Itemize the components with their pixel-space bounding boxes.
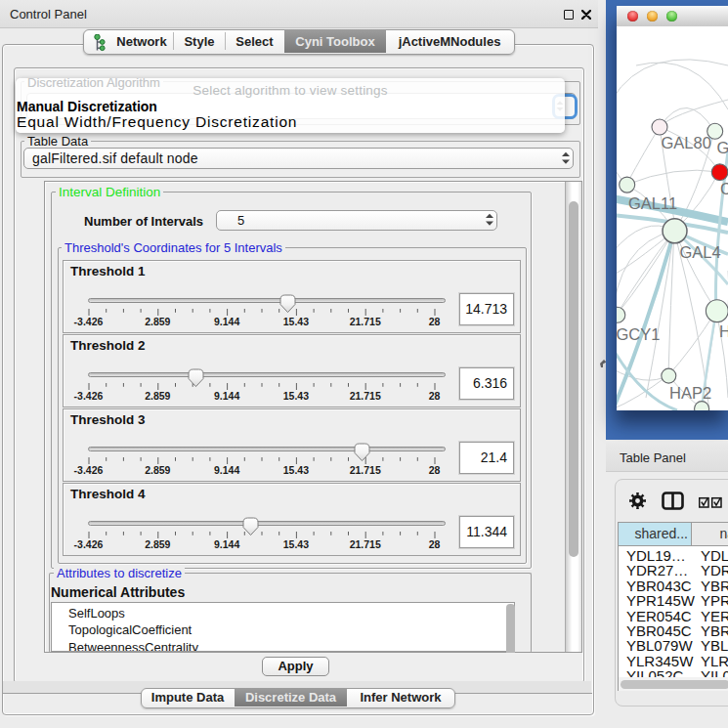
svg-text:H: H	[719, 322, 728, 340]
svg-text:GAL4: GAL4	[680, 243, 721, 261]
svg-text:C: C	[720, 180, 728, 197]
svg-text:GAL11: GAL11	[628, 194, 677, 212]
svg-text:GA: GA	[717, 139, 728, 156]
svg-text:GAL80: GAL80	[662, 134, 711, 151]
svg-text:GCY1: GCY1	[617, 325, 660, 343]
svg-text:HAP2: HAP2	[669, 384, 711, 402]
